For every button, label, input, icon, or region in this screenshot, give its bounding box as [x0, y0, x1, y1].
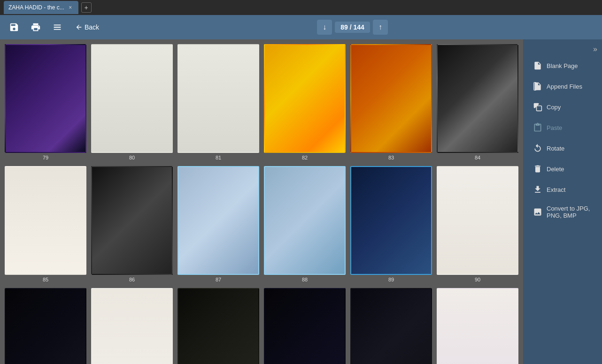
sidebar-copy-label: Copy: [547, 104, 561, 111]
thumbnail-image: [91, 288, 173, 364]
thumbnail-image: [437, 44, 518, 153]
organize-icon: [52, 22, 62, 32]
sidebar-item-append-files[interactable]: Append Files: [526, 76, 599, 96]
delete-icon: [533, 164, 543, 174]
sidebar-item-blank-page[interactable]: Blank Page: [526, 56, 599, 76]
page-navigation: ↓ 89 / 144 ↑: [317, 20, 388, 35]
convert-icon: [533, 207, 543, 217]
page-down-button[interactable]: ↓: [317, 20, 332, 35]
thumbnail-item[interactable]: 82: [264, 44, 346, 160]
thumbnail-image: [350, 288, 432, 364]
thumbnail-image: [5, 44, 86, 153]
thumbnail-grid: 7980818283848586878889909192939495969798…: [0, 39, 523, 364]
thumbnail-item[interactable]: 84: [437, 44, 518, 160]
page-up-button[interactable]: ↑: [373, 20, 388, 35]
thumbnail-label: 89: [388, 277, 394, 282]
back-button[interactable]: Back: [70, 21, 104, 34]
thumbnail-image: [350, 44, 432, 153]
sidebar-paste-label: Paste: [547, 124, 562, 131]
thumbnail-label: 84: [475, 155, 480, 160]
active-tab[interactable]: ZAHA HADID - the c... ×: [4, 1, 78, 14]
tab-label: ZAHA HADID - the c...: [8, 4, 64, 11]
back-arrow-icon: [75, 23, 83, 31]
thumbnail-item[interactable]: 85: [5, 166, 86, 282]
thumbnail-image: [264, 44, 346, 153]
thumbnail-item[interactable]: 96: [437, 288, 518, 364]
thumbnail-item[interactable]: 87: [178, 166, 259, 282]
print-icon: [31, 22, 41, 32]
add-tab-button[interactable]: +: [81, 2, 92, 13]
sidebar-item-extract[interactable]: Extract: [526, 180, 599, 199]
thumbnail-item[interactable]: 89: [350, 166, 432, 282]
thumbnail-image: [178, 166, 259, 275]
title-bar: ZAHA HADID - the c... × +: [0, 0, 602, 15]
thumbnail-image: [91, 44, 173, 153]
sidebar-rotate-label: Rotate: [547, 145, 564, 152]
thumbnail-item[interactable]: 93: [178, 288, 259, 364]
back-label: Back: [85, 23, 99, 31]
copy-icon: [533, 102, 543, 112]
sidebar-item-delete[interactable]: Delete: [526, 159, 599, 179]
sidebar-delete-label: Delete: [547, 166, 564, 173]
thumbnail-label: 88: [302, 277, 308, 282]
thumbnail-label: 85: [43, 277, 48, 282]
thumbnail-item[interactable]: 86: [91, 166, 173, 282]
thumbnail-item[interactable]: 80: [91, 44, 173, 160]
sidebar-item-rotate[interactable]: Rotate: [526, 138, 599, 158]
sidebar-convert-label: Convert to JPG, PNG, BMP: [547, 205, 593, 219]
thumbnail-item[interactable]: 83: [350, 44, 432, 160]
thumbnail-image: [5, 166, 86, 275]
main-content: 7980818283848586878889909192939495969798…: [0, 39, 602, 364]
down-icon: ↓: [323, 23, 326, 31]
up-icon: ↑: [378, 23, 382, 31]
tab-close-button[interactable]: ×: [67, 4, 74, 11]
thumbnail-label: 81: [216, 155, 221, 160]
sidebar-item-copy[interactable]: Copy: [526, 97, 599, 117]
organize-button[interactable]: [49, 19, 66, 36]
thumbnail-item[interactable]: 92: [91, 288, 173, 364]
thumbnail-image: [264, 288, 346, 364]
thumbnail-image: [91, 166, 173, 275]
sidebar-append-files-label: Append Files: [547, 83, 582, 90]
append-files-icon: [533, 81, 543, 91]
toolbar: Back ↓ 89 / 144 ↑: [0, 15, 602, 39]
thumbnail-item[interactable]: 91: [5, 288, 86, 364]
sidebar-item-convert[interactable]: Convert to JPG, PNG, BMP: [526, 200, 599, 224]
save-button[interactable]: [6, 19, 23, 36]
thumbnail-image: [5, 288, 86, 364]
thumbnail-image: [178, 44, 259, 153]
thumbnail-image: [264, 166, 346, 275]
thumbnail-label: 90: [475, 277, 480, 282]
thumbnail-label: 86: [129, 277, 135, 282]
thumbnail-label: 79: [43, 155, 48, 160]
rotate-icon: [533, 143, 543, 153]
thumbnail-label: 87: [216, 277, 221, 282]
thumbnail-label: 83: [388, 155, 394, 160]
thumbnail-item[interactable]: 88: [264, 166, 346, 282]
thumbnail-label: 80: [129, 155, 135, 160]
thumbnail-item[interactable]: 90: [437, 166, 518, 282]
sidebar-blank-page-label: Blank Page: [547, 62, 578, 69]
blank-page-icon: [533, 61, 543, 71]
thumbnail-image: [178, 288, 259, 364]
print-button[interactable]: [27, 19, 44, 36]
right-sidebar: » Blank Page Append Files Copy Paste: [523, 39, 602, 364]
thumbnail-item[interactable]: 94: [264, 288, 346, 364]
svg-rect-4: [537, 106, 542, 111]
sidebar-item-paste: Paste: [526, 118, 599, 137]
save-icon: [9, 22, 19, 32]
paste-icon: [533, 122, 543, 133]
sidebar-collapse-button[interactable]: »: [588, 43, 602, 55]
thumbnail-image: [437, 288, 518, 364]
thumbnail-item[interactable]: 79: [5, 44, 86, 160]
thumbnail-item[interactable]: 81: [178, 44, 259, 160]
thumbnail-image: [437, 166, 518, 275]
thumbnail-item[interactable]: 95: [350, 288, 432, 364]
page-indicator: 89 / 144: [335, 22, 370, 33]
thumbnail-label: 82: [302, 155, 308, 160]
thumbnail-image: [350, 166, 432, 275]
extract-icon: [533, 184, 543, 195]
sidebar-extract-label: Extract: [547, 186, 565, 193]
